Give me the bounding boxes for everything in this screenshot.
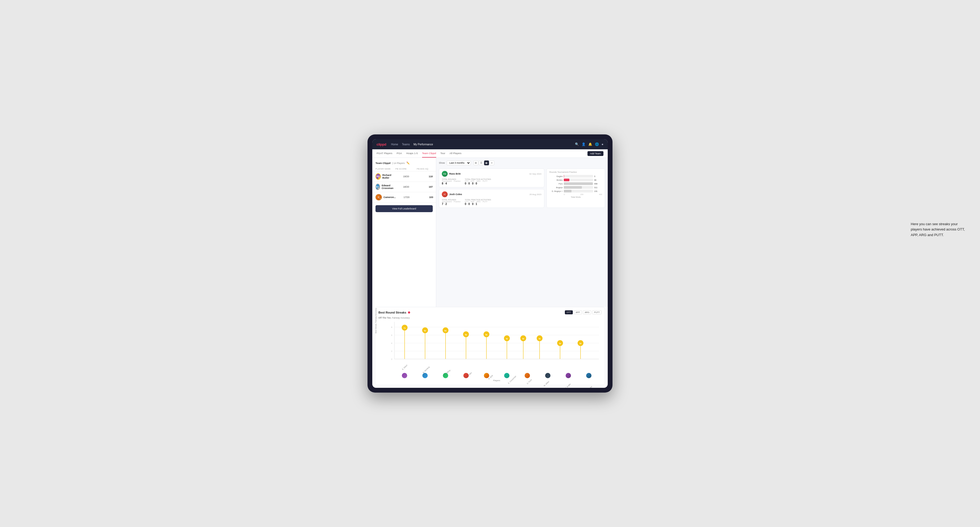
svg-text:2: 2 — [391, 350, 392, 352]
svg-text:5x: 5x — [465, 334, 467, 336]
ott-button[interactable]: OTT — [565, 310, 573, 314]
right-panel: Show Last 3 months ⊞ ☰ ▦ ≡ — [436, 158, 608, 307]
ott-controls: OTT APP ARG PUTT — [565, 310, 601, 314]
app-val-1: 0 — [468, 182, 470, 185]
bar-track-pars — [564, 182, 593, 185]
col-player-name: PLAYER NAME — [375, 168, 396, 170]
show-label: Show — [439, 162, 445, 164]
rank-badge-1: 1 — [378, 177, 381, 179]
player-row[interactable]: RB 1 Richard Butler 19/20 110 — [372, 171, 436, 182]
practice-val-1: 4 — [445, 182, 447, 185]
grid-view-toggle[interactable]: ⊞ — [474, 160, 478, 165]
nav-link-home[interactable]: Home — [391, 143, 398, 146]
app-val-2: 0 — [468, 203, 470, 205]
player-avatar-billingham — [443, 373, 448, 378]
card-view-toggle[interactable]: ▦ — [484, 160, 489, 165]
tab-pga[interactable]: PGA — [396, 149, 402, 157]
edit-icon[interactable]: ✏️ — [406, 162, 410, 165]
svg-text:5x: 5x — [485, 334, 488, 336]
x-label-200: 200 — [580, 194, 584, 195]
player-row[interactable]: EC 2 Edward Crossman 18/20 107 — [372, 182, 436, 192]
arg-sublabel-2: ARG — [476, 201, 480, 203]
total-rounds-label-1: Total Rounds — [442, 178, 460, 180]
bar-rows: Eagles 3 Birdies — [549, 175, 602, 192]
player-avatar-butler — [566, 373, 571, 378]
player-row[interactable]: C 3 Cameron... 17/20 103 — [372, 192, 436, 203]
arg-sublabel-1: ARG — [476, 180, 480, 182]
rank-badge-2: 2 — [377, 187, 380, 190]
putt-button[interactable]: PUTT — [592, 310, 601, 314]
team-header: Team Clippd | 14 Players ✏️ — [372, 160, 436, 167]
svg-text:E. Ebert: E. Ebert — [402, 364, 408, 370]
bar-fill-eagles — [564, 175, 564, 178]
bar-label-pars: Pars — [549, 183, 563, 185]
practice-val-2: 2 — [445, 203, 447, 205]
streaks-indicator-dot — [408, 311, 410, 314]
show-controls: Show Last 3 months ⊞ ☰ ▦ ≡ — [439, 160, 605, 165]
bottom-section-header: Best Round Streaks OTT APP ARG PUTT — [379, 310, 601, 314]
tab-pgat-players[interactable]: PGAT Players — [377, 149, 392, 157]
avatar-1: RB 1 — [375, 173, 381, 179]
nav-link-myperformance[interactable]: My Performance — [414, 143, 433, 146]
pb-avg-1: 110 — [417, 175, 433, 178]
x-label-400: 400 — [599, 194, 602, 195]
svg-text:7x: 7x — [404, 327, 406, 329]
tournament-val-2: 7 — [442, 203, 444, 205]
avatar-3: C 3 — [375, 194, 382, 200]
putt-sublabel-1: PUTT — [482, 180, 487, 182]
x-footer-label: Players — [395, 379, 599, 382]
bar-count-birdies: 96 — [594, 179, 602, 181]
svg-text:8: 8 — [391, 326, 392, 328]
streak-chart-wrapper: Best Streak, Fairway Accuracy 8 6 4 2 0 — [379, 322, 601, 382]
x-label-0: 0 — [564, 194, 565, 195]
svg-text:6x: 6x — [444, 330, 447, 332]
app-sublabel-2: APP — [471, 201, 474, 203]
avatar-icon[interactable]: ● — [601, 142, 603, 146]
bar-row-birdies: Birdies 96 — [549, 179, 602, 181]
globe-icon[interactable]: 🌐 — [595, 142, 599, 146]
search-icon[interactable]: 🔍 — [575, 142, 579, 146]
add-team-button[interactable]: Add Team — [587, 151, 603, 156]
top-right-section: RB Rees Britt 02 Sep 2023 Total Rounds T… — [439, 168, 605, 208]
bell-icon[interactable]: 🔔 — [588, 142, 592, 146]
player-avatar-miller — [545, 373, 550, 378]
view-leaderboard-button[interactable]: View Full Leaderboard — [375, 205, 433, 212]
pb-score-3: 17/20 — [396, 196, 417, 198]
practice-activities-label-2: Total Practice Activities — [465, 199, 491, 201]
tournament-val-1: 8 — [442, 182, 444, 185]
annotation-text: Here you can see streaks your players ha… — [911, 221, 969, 238]
card-date-2: 26 Aug 2023 — [530, 193, 541, 195]
view-toggles: ⊞ ☰ ▦ ≡ — [474, 160, 494, 165]
tab-team-clippd[interactable]: Team Clippd — [422, 149, 436, 157]
bar-track-eagles — [564, 175, 593, 178]
time-period-select[interactable]: Last 3 months — [447, 160, 471, 165]
card-avatar-1: RB — [442, 171, 448, 177]
tab-all-players[interactable]: All Players — [450, 149, 461, 157]
player-name-3: Cameron... — [383, 196, 396, 198]
bar-label-eagles: Eagles — [549, 175, 563, 178]
list-view-toggle[interactable]: ☰ — [479, 160, 484, 165]
team-player-count: | 14 Players — [392, 162, 404, 165]
svg-text:6: 6 — [391, 334, 392, 336]
pb-score-1: 19/20 — [396, 175, 417, 178]
svg-text:4: 4 — [391, 342, 392, 344]
player-avatar-ebert — [402, 373, 407, 378]
nav-link-teams[interactable]: Teams — [402, 143, 410, 146]
bar-fill-bogeys — [564, 186, 582, 189]
player-info-1: RB 1 Richard Butler — [375, 173, 396, 179]
app-button[interactable]: APP — [574, 310, 582, 314]
tournament-sublabel-1: Tournament — [442, 180, 452, 182]
tabs-bar: PGAT Players PGA Hcaps 1-5 Team Clippd T… — [372, 149, 608, 158]
svg-text:6x: 6x — [424, 330, 426, 332]
user-icon[interactable]: 👤 — [582, 142, 585, 146]
arg-button[interactable]: ARG — [583, 310, 591, 314]
table-view-toggle[interactable]: ≡ — [490, 160, 494, 165]
player-avatar-ford — [525, 373, 530, 378]
chart-subtitle: Off The Tee, Fairway Accuracy — [379, 316, 601, 319]
col-pb-avg: PB AVG SQ — [417, 168, 433, 170]
tab-tour[interactable]: Tour — [441, 149, 445, 157]
bar-fill-dbogeys — [564, 190, 571, 192]
tab-hcaps[interactable]: Hcaps 1-5 — [406, 149, 418, 157]
bar-count-bogeys: 311 — [594, 186, 602, 189]
player-name-1: Richard Butler — [382, 174, 396, 179]
